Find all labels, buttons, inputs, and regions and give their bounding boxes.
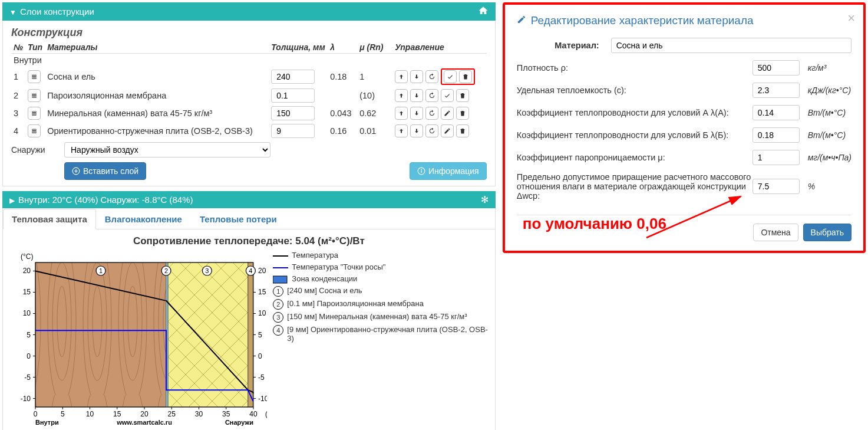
move-up-button[interactable] (395, 89, 408, 102)
field-input-0[interactable] (753, 60, 800, 76)
field-input-2[interactable] (753, 105, 800, 120)
layer-name: Ориентированно-стружечная плита (OSB-2, … (45, 122, 269, 140)
svg-rect-5 (32, 97, 37, 98)
field-input-1[interactable] (753, 83, 800, 98)
thickness-input[interactable] (271, 70, 315, 84)
svg-rect-10 (32, 131, 37, 132)
svg-rect-7 (32, 113, 37, 114)
ok-button[interactable]: Выбрать (803, 224, 852, 241)
svg-text:20: 20 (258, 267, 266, 275)
form-row: Коэффициент теплопроводности для условий… (517, 105, 852, 120)
svg-text:3: 3 (205, 267, 209, 274)
move-down-button[interactable] (410, 124, 423, 137)
svg-rect-11 (32, 132, 37, 133)
tab-thermal[interactable]: Тепловая защита (3, 209, 96, 229)
chart-title: Сопротивление теплопередаче: 5.04 (м²•°С… (9, 235, 489, 247)
form-row: Коэффициент теплопроводности для условий… (517, 127, 852, 143)
thickness-input[interactable] (271, 106, 315, 120)
thermal-chart: -10-10-5-5005510101515202005101520253035… (9, 251, 267, 430)
refresh-button[interactable] (425, 70, 438, 83)
field-input-4[interactable] (753, 150, 800, 165)
move-up-button[interactable] (395, 70, 408, 83)
svg-text:Снаружи: Снаружи (225, 419, 253, 426)
svg-text:15: 15 (23, 288, 31, 296)
field-input-5[interactable] (753, 179, 800, 194)
svg-text:Внутри: Внутри (35, 419, 59, 426)
annotation-text: по умолчанию 0,06 (523, 215, 666, 233)
layer-type-button[interactable] (28, 124, 41, 137)
move-down-button[interactable] (410, 70, 423, 83)
refresh-button[interactable] (425, 107, 438, 120)
svg-rect-21 (35, 262, 166, 407)
svg-text:15: 15 (113, 410, 121, 418)
edit-button[interactable] (441, 89, 454, 102)
thickness-input[interactable] (271, 88, 315, 103)
info-button[interactable]: Информация (410, 162, 487, 180)
tab-nav: Тепловая защита Влагонакопление Тепловые… (3, 208, 495, 229)
svg-text:30: 30 (195, 410, 203, 418)
construction-subtitle: Конструкция (11, 27, 487, 39)
delete-button[interactable] (459, 70, 472, 83)
move-down-button[interactable] (410, 89, 423, 102)
info-icon (417, 167, 425, 175)
conditions-panel-header[interactable]: ▶Внутри: 20°C (40%) Снаружи: -8.8°C (84%… (2, 191, 496, 208)
layer-name: Пароизоляционная мембрана (45, 87, 269, 104)
svg-rect-1 (32, 77, 37, 78)
delete-button[interactable] (456, 124, 469, 137)
delete-button[interactable] (456, 107, 469, 120)
svg-rect-9 (32, 129, 37, 130)
move-up-button[interactable] (395, 107, 408, 120)
move-up-button[interactable] (395, 124, 408, 137)
svg-text:10: 10 (23, 309, 31, 317)
svg-rect-3 (32, 94, 37, 95)
edit-button[interactable] (441, 124, 454, 137)
layer-type-button[interactable] (28, 70, 41, 83)
snowflake-icon: ✻ (481, 194, 489, 205)
svg-text:25: 25 (168, 410, 176, 418)
layers-heading-label: Слои конструкции (20, 6, 94, 17)
edit-button[interactable] (444, 70, 457, 83)
edit-button[interactable] (441, 107, 454, 120)
pencil-icon (517, 14, 526, 27)
svg-text:(°С): (°С) (21, 252, 33, 261)
outside-label: Снаружи (11, 145, 64, 155)
modal-title-label: Редактирование характеристик материала (531, 14, 754, 27)
outside-select[interactable]: Наружный воздух (64, 142, 270, 157)
move-down-button[interactable] (410, 107, 423, 120)
svg-text:5: 5 (258, 331, 262, 339)
svg-rect-8 (32, 114, 37, 116)
refresh-button[interactable] (425, 89, 438, 102)
delete-button[interactable] (456, 89, 469, 102)
caret-right-icon: ▶ (9, 196, 15, 205)
svg-rect-15 (421, 170, 421, 173)
svg-text:1: 1 (99, 267, 103, 274)
svg-text:10: 10 (258, 309, 266, 317)
form-row: Коэффициент паропроницаемости μ:мг/(м•ч•… (517, 150, 852, 165)
svg-text:0: 0 (258, 352, 262, 360)
refresh-button[interactable] (425, 124, 438, 137)
close-icon[interactable]: × (847, 11, 855, 26)
layer-type-button[interactable] (28, 89, 41, 102)
svg-text:-10: -10 (21, 395, 31, 403)
material-name-input[interactable] (611, 38, 852, 53)
tab-loss[interactable]: Тепловые потери (191, 209, 286, 229)
home-icon[interactable] (478, 5, 489, 18)
svg-rect-6 (32, 111, 37, 113)
material-label: Материал: (517, 41, 611, 50)
table-row: 2Пароизоляционная мембрана(10) (11, 87, 487, 104)
chart-legend: Температура Температура "Точки росы" Зон… (267, 251, 489, 430)
layers-panel-header[interactable]: ▼Слои конструкции (2, 2, 496, 21)
tab-moisture[interactable]: Влагонакопление (96, 209, 191, 229)
table-row: 4Ориентированно-стружечная плита (OSB-2,… (11, 122, 487, 140)
cancel-button[interactable]: Отмена (753, 224, 798, 241)
svg-text:4: 4 (249, 267, 252, 274)
form-row: Предельно допустимое приращение расчетно… (517, 172, 852, 201)
svg-text:40: 40 (249, 410, 258, 418)
field-input-3[interactable] (753, 127, 800, 143)
svg-point-14 (421, 169, 422, 170)
thickness-input[interactable] (271, 124, 315, 138)
svg-text:15: 15 (258, 288, 266, 296)
insert-layer-button[interactable]: Вставить слой (64, 162, 146, 180)
layer-type-button[interactable] (28, 107, 41, 120)
svg-rect-23 (168, 262, 248, 407)
